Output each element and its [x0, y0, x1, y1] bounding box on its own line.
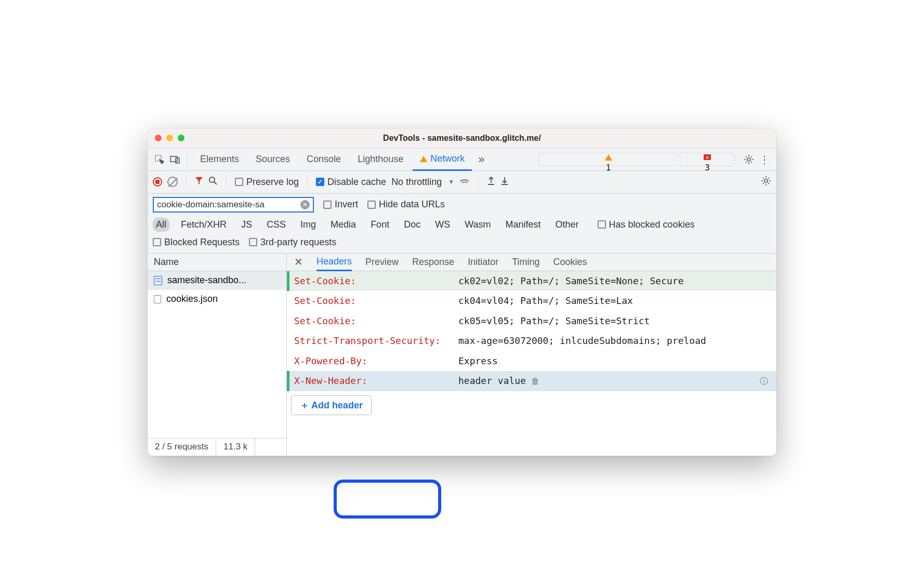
subtab-cookies[interactable]: Cookies [553, 254, 587, 271]
svg-point-5 [764, 179, 768, 182]
warning-icon [420, 156, 427, 162]
svg-point-3 [747, 158, 750, 161]
subtab-preview[interactable]: Preview [365, 254, 399, 271]
header-name: Strict-Transport-Security: [287, 333, 458, 349]
type-chip-font[interactable]: Font [367, 218, 392, 232]
header-name: X-Powered-By: [287, 353, 458, 369]
window-titlebar: DevTools - samesite-sandbox.glitch.me/ [148, 128, 776, 148]
request-row[interactable]: samesite-sandbo... [148, 271, 286, 290]
network-settings-icon[interactable] [761, 176, 771, 189]
subtab-initiator[interactable]: Initiator [468, 254, 498, 271]
network-toolbar: Preserve log Disable cache No throttling… [148, 171, 776, 194]
disable-cache-checkbox[interactable]: Disable cache [316, 177, 386, 188]
status-bar: 2 / 5 requests 11.3 k [148, 438, 286, 456]
header-value: ck05=vl05; Path=/; SameSite=Strict [458, 313, 650, 329]
network-conditions-icon[interactable] [459, 177, 470, 188]
add-header-button[interactable]: ＋Add header [291, 395, 372, 415]
download-icon[interactable] [500, 176, 509, 188]
header-name: Set-Cookie: [287, 313, 458, 329]
filter-bar: cookie-domain:samesite-sa ✕ Invert Hide … [148, 194, 776, 254]
tab-console[interactable]: Console [299, 149, 348, 170]
type-chip-ws[interactable]: WS [432, 218, 453, 232]
type-chip-all[interactable]: All [153, 218, 169, 232]
header-row[interactable]: Set-Cookie:ck05=vl05; Path=/; SameSite=S… [287, 311, 776, 331]
header-value: ck02=vl02; Path=/; SameSite=None; Secure [458, 273, 683, 289]
warnings-badge[interactable]: 1 [538, 153, 678, 166]
tab-network[interactable]: Network [413, 149, 472, 171]
header-name: X-New-Header: [287, 373, 458, 389]
tab-lighthouse[interactable]: Lighthouse [350, 149, 411, 170]
errors-badge[interactable]: ✕3 [680, 153, 735, 166]
header-row[interactable]: X-New-Header:header value🗑ⓘ [287, 371, 776, 391]
header-row[interactable]: X-Powered-By:Express [287, 351, 776, 371]
header-name: Set-Cookie: [287, 293, 458, 309]
header-row[interactable]: Strict-Transport-Security:max-age=630720… [287, 331, 776, 351]
name-column-header[interactable]: Name [148, 254, 286, 271]
headers-panel: Set-Cookie:ck02=vl02; Path=/; SameSite=N… [287, 271, 776, 456]
subtab-response[interactable]: Response [412, 254, 454, 271]
info-icon[interactable]: ⓘ [760, 374, 768, 388]
request-name: cookies.json [166, 294, 218, 304]
has-blocked-cookies-checkbox[interactable]: Has blocked cookies [598, 219, 695, 230]
filter-icon[interactable] [195, 177, 203, 188]
settings-icon[interactable] [742, 153, 756, 166]
close-details-icon[interactable]: ✕ [294, 256, 303, 268]
throttling-select[interactable]: No throttling▼ [391, 177, 454, 188]
window-title: DevTools - samesite-sandbox.glitch.me/ [148, 134, 776, 143]
svg-point-4 [209, 177, 215, 182]
warning-icon [605, 154, 612, 161]
third-party-checkbox[interactable]: 3rd-party requests [249, 237, 336, 248]
header-value: ck04=vl04; Path=/; SameSite=Lax [458, 293, 633, 309]
preserve-log-checkbox[interactable]: Preserve log [235, 177, 299, 188]
type-chip-wasm[interactable]: Wasm [461, 218, 494, 232]
header-row[interactable]: Set-Cookie:ck04=vl04; Path=/; SameSite=L… [287, 291, 776, 311]
request-row[interactable]: cookies.json [148, 290, 286, 309]
type-chip-media[interactable]: Media [327, 218, 359, 232]
blocked-requests-checkbox[interactable]: Blocked Requests [153, 237, 240, 248]
tab-sources[interactable]: Sources [248, 149, 297, 170]
type-chip-css[interactable]: CSS [263, 218, 289, 232]
clear-filter-icon[interactable]: ✕ [300, 200, 310, 209]
upload-icon[interactable] [487, 176, 495, 188]
type-chip-manifest[interactable]: Manifest [503, 218, 544, 232]
svg-rect-1 [170, 156, 177, 162]
type-chip-other[interactable]: Other [552, 218, 582, 232]
hide-data-urls-checkbox[interactable]: Hide data URLs [367, 199, 445, 210]
tab-elements[interactable]: Elements [193, 149, 246, 170]
type-chip-js[interactable]: JS [238, 218, 255, 232]
type-chip-img[interactable]: Img [297, 218, 319, 232]
type-chip-fetch-xhr[interactable]: Fetch/XHR [178, 218, 230, 232]
highlight-callout [334, 480, 441, 519]
kebab-menu-icon[interactable]: ⋮ [758, 153, 771, 166]
filter-input[interactable]: cookie-domain:samesite-sa ✕ [153, 197, 314, 213]
resource-type-filter: AllFetch/XHRJSCSSImgMediaFontDocWSWasmMa… [153, 218, 771, 232]
type-chip-doc[interactable]: Doc [401, 218, 424, 232]
header-name: Set-Cookie: [287, 273, 458, 289]
file-icon [154, 295, 161, 303]
header-value: max-age=63072000; inlcudeSubdomains; pre… [458, 333, 706, 349]
error-icon: ✕ [704, 154, 711, 160]
document-icon [154, 276, 162, 285]
subtab-headers[interactable]: Headers [316, 254, 352, 271]
header-value: Express [458, 353, 498, 369]
search-icon[interactable] [208, 176, 218, 188]
main-tabbar: Elements Sources Console Lighthouse Netw… [148, 148, 776, 171]
inspect-icon[interactable] [153, 153, 166, 166]
more-tabs-icon[interactable]: » [474, 153, 489, 166]
header-row[interactable]: Set-Cookie:ck02=vl02; Path=/; SameSite=N… [287, 271, 776, 291]
header-value: header value [458, 373, 526, 389]
detail-tabs: ✕ Headers Preview Response Initiator Tim… [287, 254, 776, 271]
device-toggle-icon[interactable] [168, 153, 182, 166]
clear-button[interactable] [167, 177, 178, 187]
delete-header-icon[interactable]: 🗑 [531, 374, 539, 388]
record-button[interactable] [153, 177, 162, 187]
plus-icon: ＋ [300, 399, 309, 412]
request-list: samesite-sandbo...cookies.json [148, 271, 286, 438]
request-name: samesite-sandbo... [167, 275, 246, 286]
subtab-timing[interactable]: Timing [512, 254, 539, 271]
invert-checkbox[interactable]: Invert [323, 199, 358, 210]
